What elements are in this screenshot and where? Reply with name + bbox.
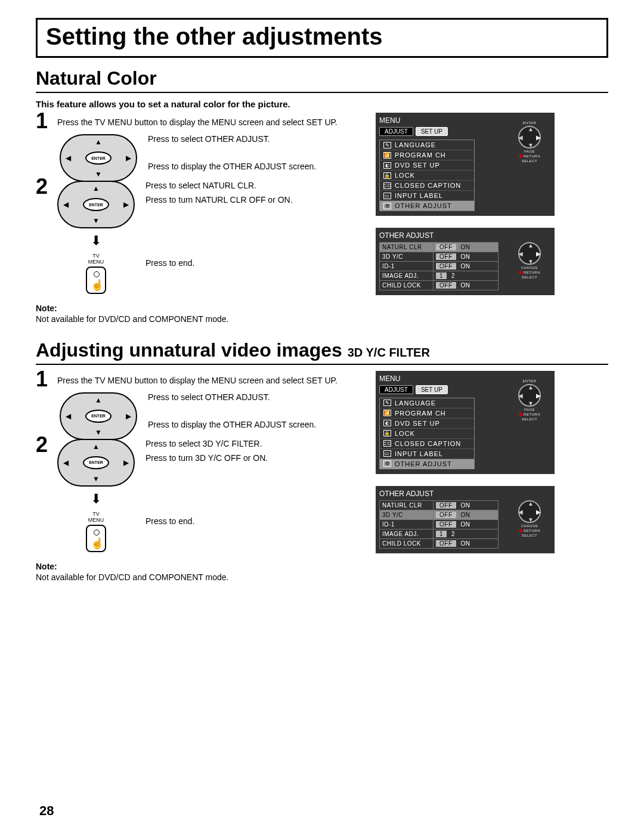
nav-pad-icon: ▲ ▼ ◀ ▶ ENTER (57, 181, 135, 228)
row-label: ID-1 (380, 262, 434, 271)
option: OFF (436, 282, 456, 289)
menu-tab-adjust: ADJUST (379, 127, 413, 136)
instruction-text: Press to select 3D Y/C FILTER. (145, 439, 370, 448)
dvd-icon: ◐ (383, 420, 391, 426)
row-label: CHILD LOCK (380, 538, 434, 548)
joystick-hint-icon: ENTER ▲▼◀▶ PAGE RETURN SELECT (509, 121, 550, 163)
up-arrow-icon: ▲ (92, 442, 100, 451)
instruction-text: Press to display the OTHER ADJUST screen… (148, 162, 370, 171)
right-arrow-icon: ▶ (126, 154, 131, 162)
note-label: Note: (36, 304, 370, 313)
note-text: Not available for DVD/CD and COMPONENT m… (36, 572, 370, 582)
row-label: 3D Y/C (380, 510, 434, 519)
tv-menu-label: TVMENU (88, 512, 104, 524)
menu-item: INPUT LABEL (395, 450, 443, 457)
lock-icon: 🔒 (383, 172, 391, 179)
step1-text: Press the TV MENU button to display the … (57, 371, 338, 385)
menu-item: CLOSED CAPTION (395, 440, 461, 447)
option: 2 (448, 531, 459, 537)
instruction-text: Press to select OTHER ADJUST. (148, 134, 370, 144)
option: ON (457, 263, 474, 270)
option: OFF (436, 540, 456, 547)
option: ON (457, 244, 474, 250)
right-arrow-icon: ▶ (126, 412, 131, 420)
right-arrow-icon: ▶ (123, 200, 129, 209)
other-adjust-table: NATURL CLROFFON 3D Y/COFFON ID-1OFFON IM… (379, 500, 499, 549)
option: 2 (448, 272, 459, 279)
antenna-icon: 📶 (383, 152, 391, 159)
page-number: 28 (39, 803, 54, 819)
nav-pad-icon: ▲ ▼ ◀ ▶ ENTER (60, 392, 137, 440)
menu-item: LOCK (395, 172, 415, 179)
step-number-2: 2 (36, 176, 57, 197)
left-arrow-icon: ◀ (63, 200, 69, 209)
up-arrow-icon: ▲ (95, 396, 102, 404)
option: OFF (436, 263, 456, 270)
dvd-icon: ◐ (383, 162, 391, 169)
instruction-text: Press to select NATURL CLR. (145, 181, 370, 190)
up-arrow-icon: ▲ (95, 138, 102, 146)
row-label: NATURL CLR (380, 500, 434, 510)
cc-icon: CC (383, 182, 391, 189)
instruction-text: Press to select OTHER ADJUST. (148, 392, 370, 402)
enter-button-icon: ENTER (85, 151, 112, 165)
tv-menu-button-icon (86, 525, 106, 552)
left-arrow-icon: ◀ (66, 412, 71, 420)
enter-button-icon: ENTER (83, 456, 109, 469)
row-label: ID-1 (380, 519, 434, 529)
enter-button-icon: ENTER (83, 198, 109, 211)
option: OFF (436, 502, 456, 509)
joystick-hint-icon: ▲▼◀▶ CHANGE RETURN SELECT (509, 242, 550, 279)
option: 1 (436, 272, 447, 279)
row-label: CHILD LOCK (380, 281, 434, 290)
down-arrow-icon: ⬇ (91, 233, 101, 249)
menu-item: PROGRAM CH (395, 410, 446, 417)
option: ON (457, 512, 474, 518)
option: ON (457, 540, 474, 547)
option: ON (457, 502, 474, 509)
input-icon: ▭ (383, 193, 391, 199)
instruction-text: Press to end. (145, 516, 370, 526)
menu-item: LOCK (395, 430, 415, 437)
step1-text: Press the TV MENU button to display the … (57, 113, 338, 127)
page-title-box: Setting the other adjustments (36, 18, 608, 58)
section-title-main: Adjusting unnatural video images (36, 339, 348, 361)
up-arrow-icon: ▲ (92, 184, 100, 193)
option: OFF (436, 253, 456, 260)
option: OFF (436, 512, 456, 518)
option: OFF (436, 244, 456, 250)
antenna-icon: 📶 (383, 410, 391, 416)
lock-icon: 🔒 (383, 430, 391, 436)
option: ON (457, 282, 474, 289)
row-label: 3D Y/C (380, 252, 434, 262)
instruction-text: Press to display the OTHER ADJUST screen… (148, 420, 370, 429)
osd-other-adjust-screenshot: OTHER ADJUST NATURL CLROFFON 3D Y/COFFON… (376, 486, 555, 553)
other-adjust-table: NATURL CLROFFON 3D Y/COFFON ID-1OFFON IM… (379, 242, 499, 290)
menu-item: LANGUAGE (395, 141, 436, 148)
section-intro: This feature allows you to set a natural… (36, 99, 608, 109)
nav-pad-icon: ▲ ▼ ◀ ▶ ENTER (57, 439, 135, 487)
section-title-3dyc: Adjusting unnatural video images 3D Y/C … (36, 339, 608, 365)
menu-tab-setup: SET UP (416, 127, 448, 136)
down-arrow-icon: ⬇ (91, 491, 101, 507)
down-arrow-icon: ▼ (92, 216, 100, 225)
menu-list: ✎LANGUAGE 📶PROGRAM CH ◐DVD SET UP 🔒LOCK … (379, 140, 475, 211)
osd-title: OTHER ADJUST (379, 490, 551, 498)
menu-tab-adjust: ADJUST (379, 385, 413, 394)
osd-menu-screenshot: MENU ADJUST SET UP ✎LANGUAGE 📶PROGRAM CH… (376, 371, 555, 474)
step-number-1: 1 (36, 110, 57, 132)
step-number-2: 2 (36, 434, 57, 456)
menu-item: INPUT LABEL (395, 192, 443, 199)
menu-list: ✎LANGUAGE 📶PROGRAM CH ◐DVD SET UP 🔒LOCK … (379, 398, 475, 469)
tv-menu-button-icon (86, 267, 106, 294)
language-icon: ✎ (383, 142, 391, 148)
section2-block: 1 Press the TV MENU button to display th… (36, 371, 608, 582)
note-label: Note: (36, 562, 370, 571)
down-arrow-icon: ▼ (95, 428, 102, 436)
joystick-hint-icon: ▲▼◀▶ CHANGE RETURN SELECT (509, 500, 550, 537)
menu-item: PROGRAM CH (395, 151, 446, 159)
enter-button-icon: ENTER (85, 410, 112, 423)
page-title: Setting the other adjustments (46, 23, 598, 50)
option: 1 (436, 531, 447, 537)
nav-pad-icon: ▲ ▼ ◀ ▶ ENTER (60, 134, 137, 182)
